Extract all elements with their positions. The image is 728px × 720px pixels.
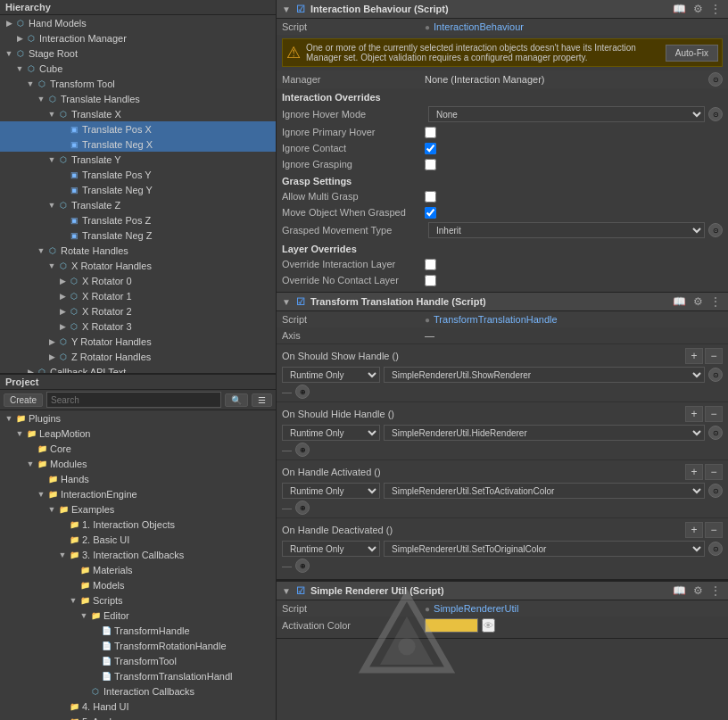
tth-icon-settings[interactable]: ⚙ — [691, 295, 705, 308]
proj-core[interactable]: 📁 Core — [0, 441, 276, 456]
search-input[interactable] — [46, 392, 221, 408]
on-deactivated-plus[interactable]: + — [685, 522, 703, 538]
override-no-contact-checkbox[interactable] — [425, 275, 436, 286]
on-hide-dash-btn[interactable]: ⊕ — [295, 443, 310, 457]
tree-item-x-rotator-0[interactable]: ▶ ⬡ X Rotator 0 — [0, 273, 276, 288]
tree-item-translate-neg-z[interactable]: ▣ Translate Neg Z — [0, 228, 276, 243]
sru-icon-overflow[interactable]: ⋮ — [708, 584, 723, 597]
tree-item-x-rotator-2[interactable]: ▶ ⬡ X Rotator 2 — [0, 303, 276, 319]
ignore-hover-dropdown[interactable]: None Both — [428, 106, 705, 122]
move-obj-checkbox[interactable] — [425, 207, 436, 219]
override-interaction-checkbox[interactable] — [425, 259, 436, 270]
tree-item-translate-x[interactable]: ▼ ⬡ Translate X — [0, 106, 276, 121]
proj-hands[interactable]: 📁 Hands — [0, 471, 276, 486]
checkbox-sru[interactable]: ☑ — [296, 585, 305, 597]
proj-scripts[interactable]: ▼ 📁 Scripts — [0, 592, 276, 608]
ib-icon-settings[interactable]: ⚙ — [691, 3, 705, 15]
tree-item-translate-z[interactable]: ▼ ⬡ Translate Z — [0, 197, 276, 212]
grasped-movement-dropdown[interactable]: Inherit Kinematic Nonkinematic — [428, 222, 705, 238]
proj-basic-ui[interactable]: 📁 2. Basic UI — [0, 532, 276, 547]
auto-fix-button[interactable]: Auto-Fix — [666, 45, 718, 62]
collapse-arrow-tth[interactable]: ▼ — [282, 297, 291, 307]
on-activated-minus[interactable]: − — [705, 464, 723, 480]
proj-modules[interactable]: ▼ 📁 Modules — [0, 456, 276, 471]
tree-item-translate-neg-y[interactable]: ▣ Translate Neg Y — [0, 182, 276, 197]
tree-item-rotate-handles[interactable]: ▼ ⬡ Rotate Handles — [0, 243, 276, 258]
on-deactivated-timing[interactable]: Runtime Only Editor And Runtime — [282, 541, 380, 557]
tth-icon-overflow[interactable]: ⋮ — [708, 295, 723, 308]
tree-item-stage-root[interactable]: ▼ ⬡ Stage Root — [0, 46, 276, 61]
on-show-timing[interactable]: Runtime Only Editor And Runtime — [282, 367, 380, 383]
proj-plugins[interactable]: ▼ 📁 Plugins — [0, 410, 276, 426]
create-button[interactable]: Create — [4, 393, 43, 407]
ib-icon-book[interactable]: 📖 — [671, 3, 688, 15]
on-hide-fn[interactable]: SimpleRendererUtil.HideRenderer — [384, 425, 705, 441]
on-activated-plus[interactable]: + — [685, 464, 703, 480]
proj-interaction-callbacks-go[interactable]: ⬡ Interaction Callbacks — [0, 683, 276, 699]
proj-examples[interactable]: ▼ 📁 Examples — [0, 501, 276, 517]
tree-item-x-rotator-handles[interactable]: ▼ ⬡ X Rotator Handles — [0, 258, 276, 273]
tree-item-translate-neg-x[interactable]: ▣ Translate Neg X — [0, 137, 276, 152]
on-deactivated-minus[interactable]: − — [705, 522, 723, 538]
on-activated-dash-btn[interactable]: ⊕ — [295, 501, 310, 515]
project-tree[interactable]: ▼ 📁 Plugins ▼ 📁 LeapMotion 📁 Core ▼ 📁 Mo… — [0, 410, 276, 720]
eye-button[interactable]: 👁 — [482, 618, 495, 633]
on-show-dash-btn[interactable]: ⊕ — [295, 385, 310, 399]
tree-item-transform-tool[interactable]: ▼ ⬡ Transform Tool — [0, 76, 276, 91]
ib-icon-overflow[interactable]: ⋮ — [708, 3, 723, 15]
ignore-grasping-checkbox[interactable] — [425, 159, 436, 170]
on-deactivated-fn[interactable]: SimpleRendererUtil.SetToOriginalColor — [384, 541, 705, 557]
allow-multi-checkbox[interactable] — [425, 191, 436, 203]
tree-item-translate-pos-z[interactable]: ▣ Translate Pos Z — [0, 212, 276, 228]
search-button[interactable]: 🔍 — [225, 393, 248, 407]
tree-item-interaction-manager[interactable]: ▶ ⬡ Interaction Manager — [0, 30, 276, 46]
tree-item-x-rotator-3[interactable]: ▶ ⬡ X Rotator 3 — [0, 319, 276, 334]
proj-transform-tool-s[interactable]: 📄 TransformTool — [0, 653, 276, 668]
on-activated-timing[interactable]: Runtime Only Editor And Runtime — [282, 483, 380, 499]
proj-hand-ui[interactable]: 📁 4. Hand UI — [0, 699, 276, 714]
on-deactivated-fn-menu[interactable]: ⊙ — [708, 542, 723, 556]
tth-icon-book[interactable]: 📖 — [671, 295, 688, 308]
proj-interaction-callbacks[interactable]: ▼ 📁 3. Interaction Callbacks — [0, 547, 276, 562]
on-activated-fn-menu[interactable]: ⊙ — [708, 484, 723, 498]
tree-item-z-rotator-handles[interactable]: ▶ ⬡ Z Rotator Handles — [0, 349, 276, 364]
proj-editor[interactable]: ▼ 📁 Editor — [0, 608, 276, 623]
proj-leapmotion[interactable]: ▼ 📁 LeapMotion — [0, 426, 276, 441]
layout-button[interactable]: ☰ — [252, 393, 272, 407]
on-hide-plus[interactable]: + — [685, 406, 703, 422]
checkbox-ib[interactable]: ☑ — [296, 4, 305, 15]
ignore-primary-checkbox[interactable] — [425, 127, 436, 138]
tree-item-translate-pos-y[interactable]: ▣ Translate Pos Y — [0, 167, 276, 182]
ignore-hover-menu[interactable]: ⊙ — [708, 107, 723, 121]
proj-interaction-engine[interactable]: ▼ 📁 InteractionEngine — [0, 486, 276, 501]
on-deactivated-dash-btn[interactable]: ⊕ — [295, 559, 310, 573]
tree-item-translate-handles[interactable]: ▼ ⬡ Translate Handles — [0, 91, 276, 106]
proj-transform-rotation-handle[interactable]: 📄 TransformRotationHandle — [0, 638, 276, 653]
proj-transform-handle[interactable]: 📄 TransformHandle — [0, 623, 276, 638]
on-activated-fn[interactable]: SimpleRendererUtil.SetToActivationColor — [384, 483, 705, 499]
proj-models[interactable]: 📁 Models — [0, 577, 276, 592]
proj-transform-translation-handle[interactable]: 📄 TransformTranslationHandl — [0, 668, 276, 683]
on-show-minus[interactable]: − — [705, 348, 723, 364]
tree-item-y-rotator-handles[interactable]: ▶ ⬡ Y Rotator Handles — [0, 334, 276, 349]
ignore-contact-checkbox[interactable] — [425, 143, 436, 154]
collapse-arrow-ib[interactable]: ▼ — [282, 4, 291, 14]
grasped-movement-menu[interactable]: ⊙ — [708, 223, 723, 237]
sru-icon-book[interactable]: 📖 — [671, 584, 688, 597]
tree-item-callback-api[interactable]: ▶ ⬡ Callback API Text — [0, 364, 276, 373]
tree-item-x-rotator-1[interactable]: ▶ ⬡ X Rotator 1 — [0, 288, 276, 303]
checkbox-tth[interactable]: ☑ — [296, 296, 305, 308]
proj-anchors[interactable]: 📁 5. Anchors — [0, 714, 276, 720]
manager-picker[interactable]: ⊙ — [708, 72, 723, 87]
hierarchy-tree[interactable]: ▶ ⬡ Hand Models ▶ ⬡ Interaction Manager … — [0, 15, 276, 373]
collapse-arrow-sru[interactable]: ▼ — [282, 586, 291, 596]
proj-interaction-objects[interactable]: 📁 1. Interaction Objects — [0, 517, 276, 532]
on-hide-fn-menu[interactable]: ⊙ — [708, 426, 723, 440]
tree-item-hand-models[interactable]: ▶ ⬡ Hand Models — [0, 15, 276, 30]
tree-item-translate-pos-x[interactable]: ▣ Translate Pos X — [0, 121, 276, 137]
sru-icon-settings[interactable]: ⚙ — [691, 584, 705, 597]
activation-color-swatch[interactable] — [425, 618, 478, 633]
proj-materials[interactable]: 📁 Materials — [0, 562, 276, 577]
on-show-fn[interactable]: SimpleRendererUtil.ShowRenderer — [384, 367, 705, 383]
on-show-fn-menu[interactable]: ⊙ — [708, 368, 723, 382]
